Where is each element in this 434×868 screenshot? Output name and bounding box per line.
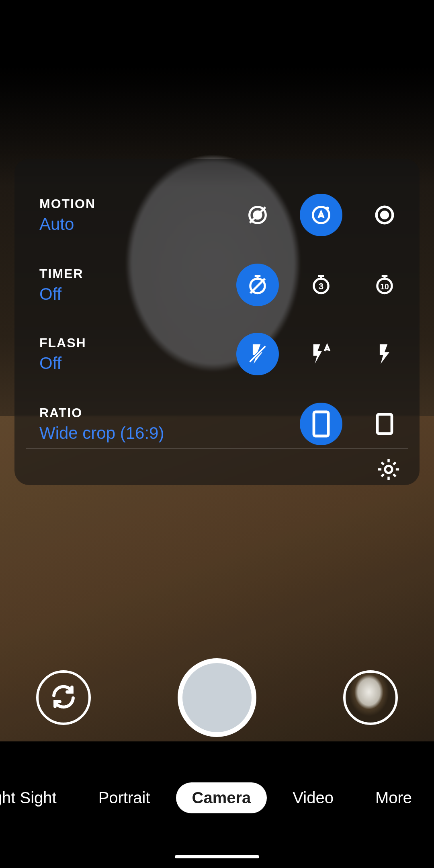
motion-option-off[interactable] (236, 194, 279, 236)
timer-value: Off (39, 285, 236, 304)
svg-rect-15 (314, 412, 328, 436)
ratio-label: RATIO (39, 405, 300, 420)
flash-option-on[interactable] (363, 333, 406, 375)
timer-option-3s[interactable]: 3 (300, 264, 342, 306)
svg-point-17 (385, 466, 392, 473)
flash-off-icon (246, 342, 269, 366)
motion-option-on[interactable] (363, 194, 406, 236)
settings-button[interactable] (375, 456, 402, 483)
nav-home-pill[interactable] (175, 855, 259, 858)
flash-label: FLASH (39, 336, 236, 350)
timer-10s-icon: 10 (373, 273, 396, 297)
timer-row: TIMER Off 3 (39, 250, 406, 319)
motion-label: MOTION (39, 197, 236, 211)
motion-value: Auto (39, 215, 236, 234)
quick-settings-panel: MOTION Auto (14, 159, 420, 485)
svg-point-6 (380, 211, 389, 219)
system-navbar[interactable] (0, 844, 434, 868)
capture-controls (0, 645, 434, 750)
motion-option-auto[interactable] (300, 194, 342, 236)
ratio-4-3-icon (375, 410, 394, 438)
motion-row: MOTION Auto (39, 180, 406, 250)
mode-video[interactable]: Video (276, 782, 350, 813)
gallery-thumbnail-button[interactable] (343, 670, 398, 725)
switch-camera-button[interactable] (36, 670, 91, 725)
panel-divider (26, 448, 408, 448)
motion-on-icon (373, 203, 396, 227)
ratio-16-9-icon (311, 410, 331, 438)
ratio-option-4-3[interactable] (363, 403, 406, 445)
flash-value: Off (39, 354, 236, 373)
svg-rect-16 (377, 414, 392, 434)
ratio-value: Wide crop (16:9) (39, 424, 300, 443)
flash-option-auto[interactable] (300, 333, 342, 375)
svg-text:3: 3 (319, 281, 323, 291)
timer-off-icon (246, 273, 269, 297)
flash-auto-icon (309, 342, 333, 366)
gear-icon (375, 477, 402, 484)
motion-auto-icon (309, 203, 333, 227)
timer-3s-icon: 3 (309, 273, 333, 297)
mode-strip[interactable]: Night Sight Portrait Camera Video More (0, 776, 434, 820)
mode-night-sight[interactable]: Night Sight (0, 782, 73, 813)
timer-label: TIMER (39, 266, 236, 281)
mode-camera[interactable]: Camera (176, 782, 267, 813)
ratio-option-16-9[interactable] (300, 403, 342, 445)
svg-text:10: 10 (380, 283, 389, 291)
flash-on-icon (373, 342, 396, 366)
mode-portrait[interactable]: Portrait (82, 782, 166, 813)
flash-option-off[interactable] (236, 333, 279, 375)
flash-row: FLASH Off (39, 319, 406, 389)
switch-camera-icon (49, 682, 78, 713)
timer-option-10s[interactable]: 10 (363, 264, 406, 306)
mode-more[interactable]: More (359, 782, 434, 813)
motion-off-icon (246, 203, 269, 227)
timer-option-off[interactable] (236, 264, 279, 306)
svg-point-4 (326, 207, 329, 210)
shutter-button[interactable] (178, 658, 256, 737)
